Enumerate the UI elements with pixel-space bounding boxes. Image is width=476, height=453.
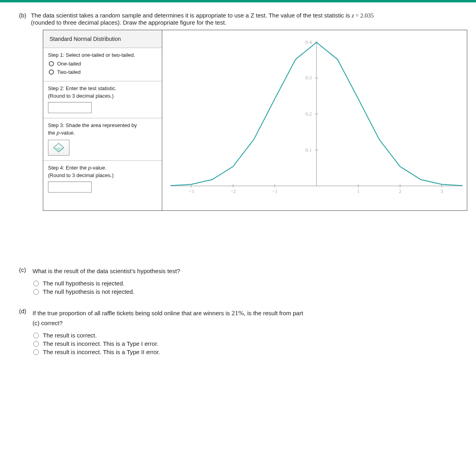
d-opt3-label: The result is incorrect. This is a Type … xyxy=(43,349,160,355)
part-b-label: (b) xyxy=(19,12,31,26)
step4-title-pre: Step 4: Enter the xyxy=(48,165,88,171)
c-opt2-label: The null hypothesis is not rejected. xyxy=(43,288,134,295)
step4-sub: (Round to 3 decimal places.) xyxy=(48,172,157,178)
p-italic: p xyxy=(57,130,60,136)
step3-title: Step 3: Shade the area represented by xyxy=(48,122,157,128)
step1-title: Step 1: Select one-tailed or two-tailed. xyxy=(48,52,157,58)
normal-curve-plot[interactable]: −3−2−1123 0.10.20.30.4 xyxy=(162,30,467,210)
one-tailed-label: One-tailed xyxy=(57,61,81,67)
step2-sub: (Round to 3 decimal places.) xyxy=(48,93,157,99)
svg-text:3: 3 xyxy=(440,188,443,194)
svg-text:0.2: 0.2 xyxy=(305,111,312,117)
test-statistic-input[interactable] xyxy=(48,102,92,113)
svg-text:2: 2 xyxy=(399,188,401,194)
z-var: z xyxy=(351,12,354,19)
radio-icon xyxy=(49,61,54,66)
svg-text:1: 1 xyxy=(357,188,359,194)
part-d-answers: The result is correct. The result is inc… xyxy=(33,331,457,356)
step2-title: Step 2: Enter the test statistic. xyxy=(48,85,157,91)
c-option-rejected[interactable]: The null hypothesis is rejected. xyxy=(33,279,457,287)
panel-title: Standard Normal Distribution xyxy=(43,30,162,48)
d-percent: 21% xyxy=(232,309,244,317)
part-c-block: (c) What is the result of the data scien… xyxy=(19,266,457,296)
side-panel: Standard Normal Distribution Step 1: Sel… xyxy=(43,30,162,210)
svg-text:0.1: 0.1 xyxy=(305,147,312,153)
step1-block: Step 1: Select one-tailed or two-tailed.… xyxy=(43,48,162,81)
d-q2: , is the result from part xyxy=(244,310,303,316)
part-b-line1: The data scientist takes a random sample… xyxy=(31,12,350,19)
part-d-question: If the true proportion of all raffle tic… xyxy=(33,308,303,328)
figure-container: Standard Normal Distribution Step 1: Sel… xyxy=(43,30,467,211)
part-d-block: (d) If the true proportion of all raffle… xyxy=(19,308,457,356)
part-b-block: (b) The data scientist takes a random sa… xyxy=(19,12,457,211)
d-q3: (c) correct? xyxy=(33,318,303,328)
radio-icon xyxy=(33,341,39,347)
two-tailed-label: Two-tailed xyxy=(57,69,81,75)
part-c-label: (c) xyxy=(19,266,33,276)
d-option-type2[interactable]: The result is incorrect. This is a Type … xyxy=(33,348,457,356)
step3-sub-post: -value. xyxy=(60,130,75,136)
page-content: (b) The data scientist takes a random sa… xyxy=(0,2,476,372)
step4-title-post: -value. xyxy=(91,165,106,171)
svg-text:−1: −1 xyxy=(272,188,278,194)
d-opt1-label: The result is correct. xyxy=(43,332,97,339)
c-opt1-label: The null hypothesis is rejected. xyxy=(43,280,125,287)
z-value: 2.035 xyxy=(360,12,374,19)
radio-icon xyxy=(49,69,54,75)
plot-svg: −3−2−1123 0.10.20.30.4 xyxy=(162,30,467,210)
d-option-type1[interactable]: The result is incorrect. This is a Type … xyxy=(33,339,457,348)
part-b-line2: (rounded to three decimal places). Draw … xyxy=(31,19,457,26)
radio-icon xyxy=(33,281,39,286)
step4-block: Step 4: Enter the p-value. (Round to 3 d… xyxy=(43,161,162,197)
d-option-correct[interactable]: The result is correct. xyxy=(33,331,457,339)
part-c-question: What is the result of the data scientist… xyxy=(33,266,180,276)
step2-block: Step 2: Enter the test statistic. (Round… xyxy=(43,81,162,118)
z-eq: = xyxy=(355,12,359,19)
shade-diamond-icon xyxy=(52,143,65,153)
radio-one-tailed[interactable]: One-tailed xyxy=(48,60,157,68)
svg-marker-1 xyxy=(54,148,64,152)
c-option-not-rejected[interactable]: The null hypothesis is not rejected. xyxy=(33,287,457,296)
part-d-label: (d) xyxy=(19,308,33,328)
d-q1: If the true proportion of all raffle tic… xyxy=(33,310,230,316)
radio-two-tailed[interactable]: Two-tailed xyxy=(48,68,157,76)
svg-text:0.3: 0.3 xyxy=(305,75,312,81)
p-value-input[interactable] xyxy=(48,181,92,193)
part-c-answers: The null hypothesis is rejected. The nul… xyxy=(33,279,457,296)
svg-text:−2: −2 xyxy=(230,188,236,194)
shade-button[interactable] xyxy=(48,140,69,156)
radio-icon xyxy=(33,333,39,338)
step3-block: Step 3: Shade the area represented by th… xyxy=(43,118,162,161)
step3-sub-pre: the xyxy=(48,130,57,136)
svg-text:0.4: 0.4 xyxy=(305,39,312,45)
d-opt2-label: The result is incorrect. This is a Type … xyxy=(43,340,158,347)
part-b-text: The data scientist takes a random sample… xyxy=(31,12,457,26)
svg-text:−3: −3 xyxy=(188,188,194,194)
radio-icon xyxy=(33,349,39,355)
radio-icon xyxy=(33,289,39,295)
